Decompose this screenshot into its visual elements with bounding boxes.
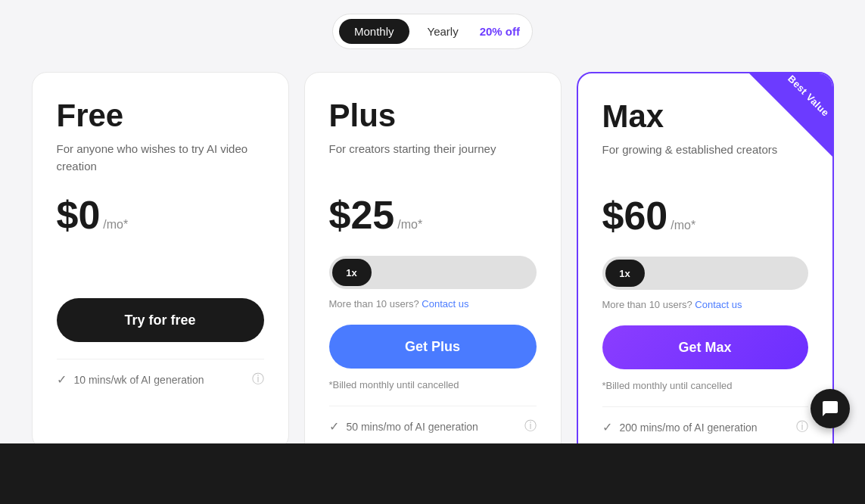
billed-note-max: *Billed monthly until cancelled [602, 380, 808, 391]
slider-thumb-max: 1x [605, 260, 645, 287]
best-value-badge: Best Value [749, 73, 832, 157]
price-period-free: /mo* [103, 218, 128, 232]
best-value-text: Best Value [786, 73, 832, 119]
features-fade-free [57, 369, 264, 415]
max-plan-button[interactable]: Get Max [602, 325, 808, 369]
bottom-bar [0, 443, 865, 504]
contact-link-plus[interactable]: Contact us [422, 298, 468, 310]
features-section-free: ✓ 10 mins/wk of AI generation ⓘ [57, 359, 264, 394]
more-users-text-plus: More than 10 users? Contact us [329, 298, 537, 310]
yearly-toggle[interactable]: Yearly [412, 19, 474, 44]
contact-link-max[interactable]: Contact us [695, 299, 742, 310]
plus-plan-button[interactable]: Get Plus [329, 325, 537, 369]
user-slider-container-max: 1x [602, 257, 808, 290]
user-slider-container-plus: 1x [329, 256, 537, 289]
features-divider-plus [329, 406, 537, 406]
free-plan-button[interactable]: Try for free [57, 298, 264, 342]
monthly-toggle[interactable]: Monthly [339, 19, 409, 44]
features-divider-max [602, 406, 808, 407]
price-amount-max: $60 [602, 196, 668, 235]
plan-card-free: Free For anyone who wishes to try AI vid… [32, 72, 289, 450]
plan-name-free: Free [57, 100, 264, 132]
discount-badge: 20% off [477, 19, 526, 44]
price-period-max: /mo* [671, 219, 695, 232]
plan-price-plus: $25 /mo* [329, 195, 537, 235]
plan-description-plus: For creators starting their journey [329, 141, 537, 177]
billing-toggle: Monthly Yearly 20% off [332, 14, 533, 49]
price-amount-free: $0 [57, 195, 101, 235]
price-amount-plus: $25 [329, 195, 395, 235]
features-divider-free [57, 359, 264, 359]
features-section-max: ✓ 200 mins/mo of AI generation ⓘ [602, 406, 808, 441]
plan-card-max: Best Value Max For growing & established… [577, 72, 834, 464]
user-slider-max[interactable]: 1x [602, 257, 808, 290]
plans-container: Free For anyone who wishes to try AI vid… [0, 72, 865, 464]
plan-description-free: For anyone who wishes to try AI video cr… [57, 141, 264, 177]
chat-button[interactable] [811, 389, 850, 428]
billing-toggle-container: Monthly Yearly 20% off [0, 0, 865, 72]
chat-icon [821, 400, 839, 418]
plan-price-max: $60 /mo* [602, 196, 808, 235]
more-users-text-max: More than 10 users? Contact us [602, 299, 808, 310]
price-period-plus: /mo* [397, 218, 422, 232]
features-section-plus: ✓ 50 mins/mo of AI generation ⓘ [329, 406, 537, 440]
billed-note-plus: *Billed monthly until cancelled [329, 379, 537, 390]
plan-card-plus: Plus For creators starting their journey… [304, 72, 562, 462]
plan-price-free: $0 /mo* [57, 195, 264, 235]
user-slider-plus[interactable]: 1x [329, 256, 537, 289]
plan-name-plus: Plus [329, 100, 537, 132]
slider-thumb-plus: 1x [332, 259, 372, 286]
